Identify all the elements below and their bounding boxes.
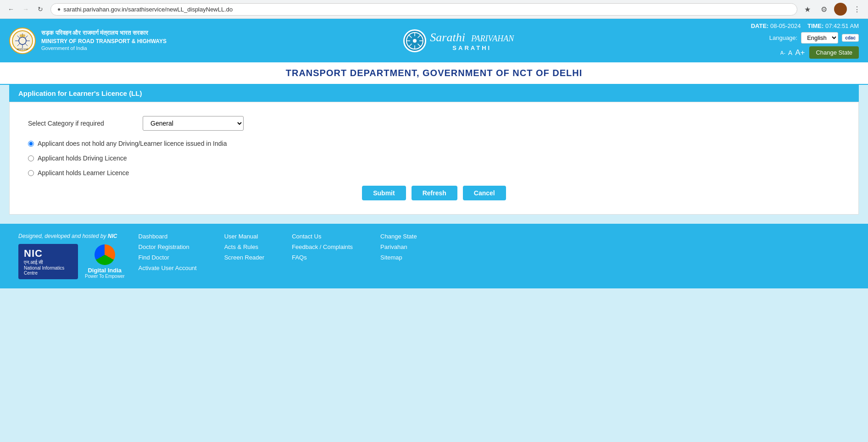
svg-text:सत्यमेव जयते: सत्यमेव जयते (17, 48, 28, 50)
sarathi-sub-text: SARATHI (430, 44, 514, 51)
sarathi-main-text: Sarathi PARIVAHAN (430, 30, 514, 44)
radio-option-3[interactable]: Applicant holds Learner Licence (28, 169, 840, 177)
header-left: सत्यमेव जयते सड़क परिवहन और राजमार्ग मंत… (9, 28, 167, 54)
site-header: सत्यमेव जयते सड़क परिवहन और राजमार्ग मंत… (0, 19, 868, 62)
browser-right-icons: ★ ⚙ ⋮ (801, 3, 863, 16)
date-label: DATE: (751, 22, 769, 29)
footer-col-3: Contact Us Feedback / Complaints FAQs (292, 233, 353, 271)
svg-line-21 (409, 44, 412, 46)
browser-chrome: ← → ↻ ● sarathi.parivahan.gov.in/sarathi… (0, 0, 868, 19)
submit-button[interactable]: Submit (362, 186, 406, 200)
footer-link-dashboard[interactable]: Dashboard (139, 233, 197, 240)
ministry-hindi: सड़क परिवहन और राजमार्ग मंत्रालय भारत सर… (41, 29, 167, 37)
govt-emblem: सत्यमेव जयते (9, 28, 36, 54)
digital-india-text: Digital India (88, 267, 122, 274)
radio-input-2[interactable] (28, 155, 34, 161)
browser-nav-buttons: ← → ↻ (5, 3, 47, 16)
footer-col-2: User Manual Acts & Rules Screen Reader (224, 233, 264, 271)
language-selector[interactable]: English Hindi (801, 32, 838, 44)
header-center: Sarathi PARIVAHAN SARATHI (403, 29, 514, 52)
nic-centre: Centre (24, 271, 72, 276)
nic-acronym: NIC (24, 248, 72, 260)
radio-input-3[interactable] (28, 170, 34, 176)
address-icon: ● (57, 6, 61, 12)
digital-india-circle (95, 244, 115, 265)
radio-label-3: Applicant holds Learner Licence (38, 169, 129, 177)
nic-hindi: एन.आई.सी (24, 260, 72, 265)
address-text: sarathi.parivahan.gov.in/sarathiservice/… (63, 6, 790, 13)
font-large-button[interactable]: A+ (795, 48, 805, 57)
category-label: Select Category if required (28, 120, 143, 127)
sarathi-logo: Sarathi PARIVAHAN SARATHI (403, 29, 514, 52)
footer-links: Dashboard Doctor Registration Find Docto… (139, 233, 850, 271)
digital-india-logo: Digital India Power To Empower (85, 244, 125, 279)
profile-button[interactable] (834, 3, 847, 16)
time-label: TIME: (807, 22, 823, 29)
radio-input-1[interactable] (28, 141, 34, 147)
font-small-button[interactable]: A- (780, 50, 785, 55)
language-label: Language: (769, 34, 797, 41)
site-footer: Designed, developed and hosted by NIC NI… (0, 224, 868, 288)
bookmark-button[interactable]: ★ (801, 3, 814, 16)
cancel-button[interactable]: Cancel (463, 186, 506, 200)
page-content: सत्यमेव जयते सड़क परिवहन और राजमार्ग मंत… (0, 19, 868, 371)
category-selector[interactable]: General SC ST OBC (143, 116, 244, 131)
radio-option-1[interactable]: Applicant does not hold any Driving/Lear… (28, 140, 840, 147)
back-button[interactable]: ← (5, 3, 17, 16)
page-title: TRANSPORT DEPARTMENT, GOVERNMENT OF NCT … (0, 62, 868, 85)
footer-link-user-manual[interactable]: User Manual (224, 233, 264, 240)
radio-option-2[interactable]: Applicant holds Driving Licence (28, 155, 840, 162)
date-time: DATE: 08-05-2024 TIME: 07:42:51 AM (751, 22, 859, 29)
time-value: 07:42:51 AM (825, 22, 859, 29)
ministry-sub: Government of India (41, 45, 167, 52)
font-size-controls: A- A A+ (780, 48, 805, 57)
reload-button[interactable]: ↻ (34, 3, 47, 16)
digital-india-sub: Power To Empower (85, 274, 125, 279)
language-row: Language: English Hindi cdac (769, 32, 859, 44)
footer-col-4: Change State Parivahan Sitemap (380, 233, 417, 271)
form-container: Select Category if required General SC S… (9, 102, 859, 215)
footer-logos: Designed, developed and hosted by NIC NI… (18, 233, 125, 279)
extension-button[interactable]: ⚙ (818, 3, 830, 16)
outer-background (0, 288, 868, 371)
change-state-button[interactable]: Change State (809, 46, 859, 59)
radio-group: Applicant does not hold any Driving/Lear… (28, 140, 840, 177)
footer-link-find-doctor[interactable]: Find Doctor (139, 254, 197, 261)
form-section-wrapper: Application for Learner's Licence (LL) S… (9, 85, 859, 215)
svg-line-20 (418, 35, 421, 38)
sarathi-wheel-logo (403, 29, 426, 52)
footer-link-acts[interactable]: Acts & Rules (224, 243, 264, 250)
menu-button[interactable]: ⋮ (851, 3, 863, 16)
radio-label-1: Applicant does not hold any Driving/Lear… (38, 140, 227, 147)
address-bar[interactable]: ● sarathi.parivahan.gov.in/sarathiservic… (50, 3, 797, 16)
footer-logos-row: NIC एन.आई.सी National Informatics Centre… (18, 244, 125, 279)
footer-designed-by: Designed, developed and hosted by NIC (18, 233, 125, 239)
footer-link-screen-reader[interactable]: Screen Reader (224, 254, 264, 261)
cdac-badge: cdac (842, 34, 859, 42)
footer-link-feedback[interactable]: Feedback / Complaints (292, 243, 353, 250)
category-row: Select Category if required General SC S… (28, 116, 840, 131)
section-header: Application for Learner's Licence (LL) (9, 85, 859, 102)
ministry-text: सड़क परिवहन और राजमार्ग मंत्रालय भारत सर… (41, 29, 167, 52)
footer-link-sitemap[interactable]: Sitemap (380, 254, 417, 261)
footer-link-change-state[interactable]: Change State (380, 233, 417, 240)
refresh-button[interactable]: Refresh (412, 186, 457, 200)
footer-link-faqs[interactable]: FAQs (292, 254, 353, 261)
nic-english: National Informatics (24, 265, 72, 271)
forward-button[interactable]: → (19, 3, 32, 16)
sarathi-text: Sarathi PARIVAHAN SARATHI (430, 30, 514, 51)
svg-point-13 (413, 39, 417, 43)
svg-line-19 (418, 44, 421, 46)
nic-logo: NIC एन.आई.सी National Informatics Centre (18, 244, 78, 279)
font-normal-button[interactable]: A (788, 49, 792, 56)
footer-link-doctor-reg[interactable]: Doctor Registration (139, 243, 197, 250)
radio-label-2: Applicant holds Driving Licence (38, 155, 127, 162)
footer-col-1: Dashboard Doctor Registration Find Docto… (139, 233, 197, 271)
date-value: 08-05-2024 (770, 22, 801, 29)
ministry-english: MINISTRY OF ROAD TRANSPORT & HIGHWAYS (41, 38, 167, 45)
header-right: DATE: 08-05-2024 TIME: 07:42:51 AM Langu… (751, 22, 859, 59)
footer-link-contact[interactable]: Contact Us (292, 233, 353, 240)
button-row: Submit Refresh Cancel (28, 186, 840, 200)
footer-link-parivahan[interactable]: Parivahan (380, 243, 417, 250)
footer-link-activate[interactable]: Activate User Account (139, 265, 197, 271)
